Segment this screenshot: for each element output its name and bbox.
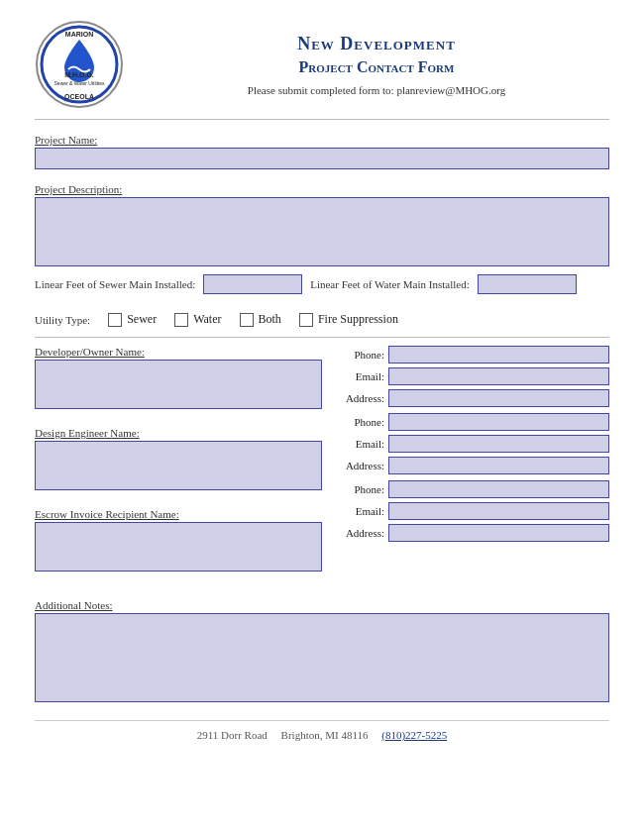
escrow-phone-row: Phone: bbox=[337, 480, 609, 498]
svg-text:OCEOLA: OCEOLA bbox=[64, 93, 94, 100]
fire-label: Fire Suppression bbox=[318, 312, 398, 327]
project-description-input[interactable] bbox=[35, 197, 609, 266]
linear-sewer-label: Linear Feet of Sewer Main Installed: bbox=[35, 278, 195, 290]
escrow-contact-group: Phone: Email: Address: bbox=[337, 480, 609, 542]
utility-sewer: Sewer bbox=[108, 312, 157, 327]
engineer-phone-row: Phone: bbox=[337, 413, 609, 431]
additional-notes-input[interactable] bbox=[35, 613, 609, 702]
escrow-address-input[interactable] bbox=[388, 524, 609, 542]
header-text: New Development Project Contact Form Ple… bbox=[144, 34, 609, 96]
svg-text:M.H.O.G.: M.H.O.G. bbox=[64, 71, 94, 78]
title-project-contact-form: Project Contact Form bbox=[144, 58, 609, 76]
header: M.H.O.G. Sewer & Water Utilities MARION … bbox=[35, 20, 609, 109]
escrow-address-row: Address: bbox=[337, 524, 609, 542]
eng-phone-label: Phone: bbox=[337, 416, 384, 428]
dev-email-label: Email: bbox=[337, 370, 384, 382]
svg-text:MARION: MARION bbox=[65, 31, 93, 38]
utility-water: Water bbox=[174, 312, 221, 327]
developer-phone-row: Phone: bbox=[337, 346, 609, 364]
engineer-email-row: Email: bbox=[337, 435, 609, 453]
escrow-label: Escrow Invoice Recipient Name: bbox=[35, 508, 322, 520]
title-new-development: New Development bbox=[144, 34, 609, 54]
linear-water-label: Linear Feet of Water Main Installed: bbox=[310, 278, 470, 290]
water-checkbox[interactable] bbox=[174, 313, 188, 327]
contacts-right-column: Phone: Email: Address: Phone: Email: bbox=[337, 346, 609, 589]
footer: 2911 Dorr Road Brighton, MI 48116 (810)2… bbox=[35, 720, 609, 741]
header-divider bbox=[35, 119, 609, 120]
project-description-label: Project Description: bbox=[35, 183, 609, 195]
engineer-email-input[interactable] bbox=[388, 435, 609, 453]
additional-notes-label: Additional Notes: bbox=[35, 599, 609, 611]
developer-section: Developer/Owner Name: bbox=[35, 346, 322, 413]
logo: M.H.O.G. Sewer & Water Utilities MARION … bbox=[35, 20, 124, 109]
subtitle-email: Please submit completed form to: planrev… bbox=[144, 84, 609, 96]
escrow-section: Escrow Invoice Recipient Name: bbox=[35, 508, 322, 575]
design-engineer-label: Design Engineer Name: bbox=[35, 427, 322, 439]
developer-label: Developer/Owner Name: bbox=[35, 346, 322, 358]
sewer-label: Sewer bbox=[127, 312, 157, 327]
water-label: Water bbox=[193, 312, 221, 327]
engineer-address-row: Address: bbox=[337, 457, 609, 474]
developer-contact-group: Phone: Email: Address: bbox=[337, 346, 609, 407]
contacts-divider bbox=[35, 337, 609, 338]
linear-sewer-input[interactable] bbox=[203, 274, 302, 294]
esc-phone-label: Phone: bbox=[337, 483, 384, 495]
contacts-left-column: Developer/Owner Name: Design Engineer Na… bbox=[35, 346, 322, 589]
developer-email-input[interactable] bbox=[388, 367, 609, 385]
engineer-phone-input[interactable] bbox=[388, 413, 609, 431]
fire-checkbox[interactable] bbox=[299, 313, 313, 327]
developer-email-row: Email: bbox=[337, 367, 609, 385]
eng-address-label: Address: bbox=[337, 460, 384, 471]
utility-type-row: Utility Type: Sewer Water Both Fire Supp… bbox=[35, 312, 609, 327]
esc-email-label: Email: bbox=[337, 505, 384, 517]
utility-fire: Fire Suppression bbox=[299, 312, 398, 327]
eng-email-label: Email: bbox=[337, 438, 384, 450]
linear-feet-row: Linear Feet of Sewer Main Installed: Lin… bbox=[35, 274, 609, 294]
escrow-input[interactable] bbox=[35, 522, 322, 572]
dev-address-label: Address: bbox=[337, 392, 384, 404]
project-description-section: Project Description: bbox=[35, 183, 609, 266]
contacts-grid: Developer/Owner Name: Design Engineer Na… bbox=[35, 346, 609, 589]
both-checkbox[interactable] bbox=[240, 313, 254, 327]
developer-phone-input[interactable] bbox=[388, 346, 609, 364]
escrow-email-input[interactable] bbox=[388, 502, 609, 520]
both-label: Both bbox=[259, 312, 281, 327]
project-name-label: Project Name: bbox=[35, 134, 609, 146]
footer-phone: (810)227-5225 bbox=[381, 729, 447, 741]
dev-phone-label: Phone: bbox=[337, 349, 384, 361]
additional-notes-section: Additional Notes: bbox=[35, 599, 609, 702]
developer-input[interactable] bbox=[35, 360, 322, 409]
design-engineer-input[interactable] bbox=[35, 441, 322, 490]
project-name-section: Project Name: bbox=[35, 134, 609, 169]
engineer-contact-group: Phone: Email: Address: bbox=[337, 413, 609, 474]
escrow-email-row: Email: bbox=[337, 502, 609, 520]
svg-text:Sewer & Water Utilities: Sewer & Water Utilities bbox=[54, 80, 105, 86]
sewer-checkbox[interactable] bbox=[108, 313, 122, 327]
design-engineer-section: Design Engineer Name: bbox=[35, 427, 322, 494]
utility-both: Both bbox=[240, 312, 281, 327]
engineer-address-input[interactable] bbox=[388, 457, 609, 474]
escrow-phone-input[interactable] bbox=[388, 480, 609, 498]
project-name-input[interactable] bbox=[35, 148, 609, 169]
footer-address: 2911 Dorr Road bbox=[197, 729, 268, 741]
utility-type-label: Utility Type: bbox=[35, 314, 90, 326]
linear-water-input[interactable] bbox=[478, 274, 577, 294]
developer-address-row: Address: bbox=[337, 389, 609, 407]
esc-address-label: Address: bbox=[337, 527, 384, 539]
developer-address-input[interactable] bbox=[388, 389, 609, 407]
utility-type-section: Utility Type: Sewer Water Both Fire Supp… bbox=[35, 312, 609, 327]
footer-city: Brighton, MI 48116 bbox=[281, 729, 369, 741]
